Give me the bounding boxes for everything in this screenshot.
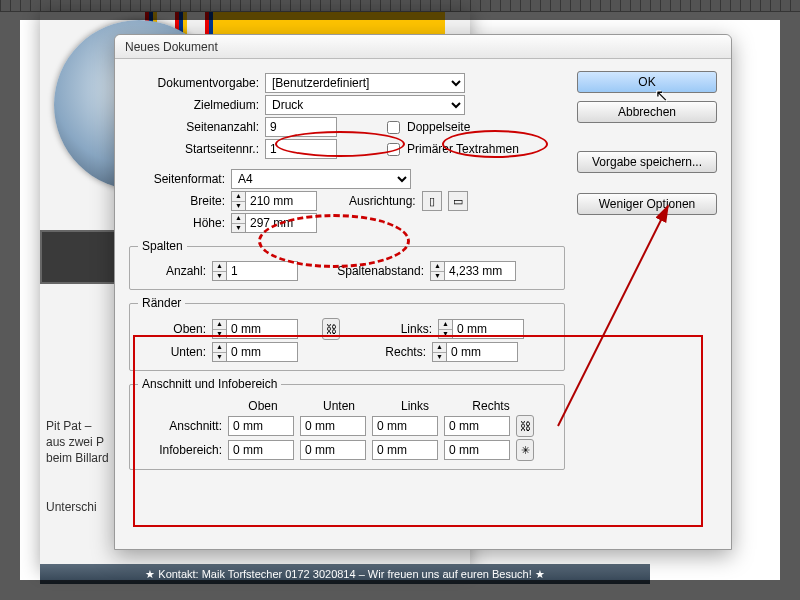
primary-frame-checkbox[interactable]: Primärer Textrahmen xyxy=(383,140,519,159)
ruler xyxy=(0,0,800,12)
bleed-top-input[interactable] xyxy=(228,416,294,436)
margin-bottom-input[interactable] xyxy=(226,342,298,362)
background-text-2: Unterschi xyxy=(46,500,97,514)
margin-bottom-label: Unten: xyxy=(138,345,206,359)
columns-legend: Spalten xyxy=(138,239,187,253)
intent-select[interactable]: Druck xyxy=(265,95,465,115)
bleed-left-input[interactable] xyxy=(372,416,438,436)
save-preset-button[interactable]: Vorgabe speichern... xyxy=(577,151,717,173)
slug-top-input[interactable] xyxy=(228,440,294,460)
margin-top-label: Oben: xyxy=(138,322,206,336)
height-input[interactable] xyxy=(245,213,317,233)
slug-left-input[interactable] xyxy=(372,440,438,460)
columns-fieldset: Spalten Anzahl: ▲▼ Spaltenabstand: ▲▼ xyxy=(129,239,565,290)
slug-right-input[interactable] xyxy=(444,440,510,460)
intent-label: Zielmedium: xyxy=(129,98,259,112)
link-margins-icon[interactable]: ⛓ xyxy=(322,318,340,340)
gutter-label: Spaltenabstand: xyxy=(304,264,424,278)
bleed-row-label: Anschnitt: xyxy=(138,419,222,433)
margin-right-spinner[interactable]: ▲▼ xyxy=(432,342,446,362)
margin-left-label: Links: xyxy=(346,322,432,336)
bleed-hdr-left: Links xyxy=(380,399,450,413)
margin-right-label: Rechts: xyxy=(340,345,426,359)
pagesize-label: Seitenformat: xyxy=(129,172,225,186)
orientation-landscape-icon[interactable]: ▭ xyxy=(448,191,468,211)
preset-label: Dokumentvorgabe: xyxy=(129,76,259,90)
slug-row-label: Infobereich: xyxy=(138,443,222,457)
background-footer: ★ Kontakt: Maik Torfstecher 0172 3020814… xyxy=(40,564,650,584)
bleed-fieldset: Anschnitt und Infobereich Oben Unten Lin… xyxy=(129,377,565,470)
margin-bottom-spinner[interactable]: ▲▼ xyxy=(212,342,226,362)
margin-top-spinner[interactable]: ▲▼ xyxy=(212,319,226,339)
dialog-title: Neues Dokument xyxy=(115,35,731,59)
bleed-hdr-top: Oben xyxy=(228,399,298,413)
pagesize-select[interactable]: A4 xyxy=(231,169,411,189)
margin-left-input[interactable] xyxy=(452,319,524,339)
ok-button[interactable]: OK xyxy=(577,71,717,93)
margin-top-input[interactable] xyxy=(226,319,298,339)
pages-label: Seitenanzahl: xyxy=(129,120,259,134)
bleed-legend: Anschnitt und Infobereich xyxy=(138,377,281,391)
slug-bottom-input[interactable] xyxy=(300,440,366,460)
width-label: Breite: xyxy=(129,194,225,208)
facing-pages-checkbox[interactable]: Doppelseite xyxy=(383,118,470,137)
bleed-hdr-bot: Unten xyxy=(304,399,374,413)
margin-left-spinner[interactable]: ▲▼ xyxy=(438,319,452,339)
margin-right-input[interactable] xyxy=(446,342,518,362)
margins-fieldset: Ränder Oben: ▲▼ ⛓ Links: ▲▼ Unten: ▲▼ Re… xyxy=(129,296,565,371)
height-spinner[interactable]: ▲▼ xyxy=(231,213,245,233)
orientation-portrait-icon[interactable]: ▯ xyxy=(422,191,442,211)
column-count-label: Anzahl: xyxy=(138,264,206,278)
pages-input[interactable] xyxy=(265,117,337,137)
link-slug-icon[interactable]: ✳ xyxy=(516,439,534,461)
new-document-dialog: Neues Dokument Dokumentvorgabe: [Benutze… xyxy=(114,34,732,550)
column-count-spinner[interactable]: ▲▼ xyxy=(212,261,226,281)
width-spinner[interactable]: ▲▼ xyxy=(231,191,245,211)
bleed-bottom-input[interactable] xyxy=(300,416,366,436)
bleed-right-input[interactable] xyxy=(444,416,510,436)
startpage-input[interactable] xyxy=(265,139,337,159)
preset-select[interactable]: [Benutzerdefiniert] xyxy=(265,73,465,93)
fewer-options-button[interactable]: Weniger Optionen xyxy=(577,193,717,215)
startpage-label: Startseitennr.: xyxy=(129,142,259,156)
width-input[interactable] xyxy=(245,191,317,211)
gutter-input[interactable] xyxy=(444,261,516,281)
cancel-button[interactable]: Abbrechen xyxy=(577,101,717,123)
column-count-input[interactable] xyxy=(226,261,298,281)
orientation-label: Ausrichtung: xyxy=(349,194,416,208)
gutter-spinner[interactable]: ▲▼ xyxy=(430,261,444,281)
link-bleed-icon[interactable]: ⛓ xyxy=(516,415,534,437)
background-text: Pit Pat – aus zwei P beim Billard xyxy=(46,418,112,466)
margins-legend: Ränder xyxy=(138,296,185,310)
height-label: Höhe: xyxy=(129,216,225,230)
bleed-hdr-right: Rechts xyxy=(456,399,526,413)
